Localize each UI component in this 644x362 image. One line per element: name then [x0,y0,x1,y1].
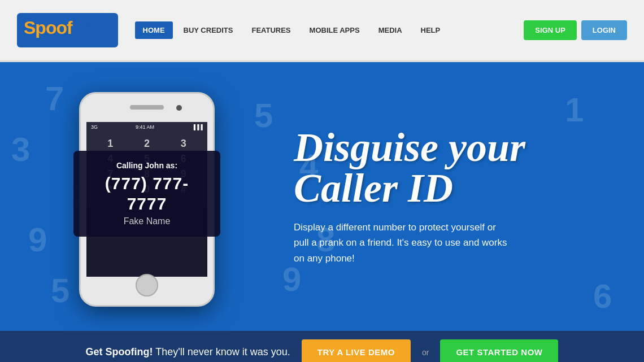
bg-num-10: 1 [565,90,584,129]
logo: SpoofCard [24,18,111,38]
get-started-button[interactable]: GET STARTED NOW [440,339,558,362]
spoofing-normal: They'll never know it was you. [155,346,290,357]
key-3: 3 [175,138,192,150]
header: SpoofCard Disguise your caller ID HOME B… [0,0,644,62]
phone-wrapper: 3G 9:41 AM ▐▐▐ 1 2 3 4 5 6 [62,81,232,307]
key-2: 2 [138,138,155,150]
logo-wrapper: SpoofCard Disguise your caller ID [24,18,111,43]
bottom-bar: Get Spoofing! They'll never know it was … [0,331,644,362]
bg-num-9: 8 [316,220,335,259]
phone-battery: ▐▐▐ [192,124,203,130]
logo-tagline: Disguise your caller ID [24,37,111,43]
logo-spoof: Spoof [24,18,72,38]
logo-container: SpoofCard Disguise your caller ID [17,13,118,47]
phone-camera [176,105,182,111]
or-label: or [422,348,429,357]
calling-number: (777) 777-7777 [90,173,203,214]
nav-mobile-apps[interactable]: MOBILE APPS [302,21,368,39]
hero-left: 3G 9:41 AM ▐▐▐ 1 2 3 4 5 6 [0,62,294,331]
nav-features[interactable]: FEATURES [243,21,298,39]
login-button[interactable]: LOGIN [581,20,627,40]
calling-label: Calling John as: [90,161,203,170]
spoofing-bold: Get Spoofing! [86,346,153,357]
auth-buttons: SIGN UP LOGIN [524,20,627,40]
try-demo-button[interactable]: TRY A LIVE DEMO [302,339,411,362]
logo-box: SpoofCard Disguise your caller ID [17,13,118,47]
bg-num-11: 6 [593,277,612,316]
phone-speaker [130,105,164,110]
nav-media[interactable]: MEDIA [371,21,410,39]
keypad-row-1: 1 2 3 [92,138,202,150]
key-1: 1 [102,138,119,150]
calling-overlay: Calling John as: (777) 777-7777 Fake Nam… [73,151,220,237]
nav-home[interactable]: HOME [135,21,173,39]
phone-status-bar: 3G 9:41 AM ▐▐▐ [86,122,207,132]
main-nav: HOME BUY CREDITS FEATURES MOBILE APPS ME… [135,21,524,39]
nav-buy-credits[interactable]: BUY CREDITS [176,21,241,39]
phone-time: 9:41 AM [136,124,154,130]
phone-home-button [136,274,158,296]
logo-card: Card [72,18,111,38]
bg-num-8: 4 [299,147,318,186]
nav-help[interactable]: HELP [413,21,449,39]
hero-section: 7 3 9 5 2 5 9 4 8 1 6 3G 9:41 AM ▐▐▐ [0,62,644,331]
calling-name: Fake Name [90,216,203,226]
signup-button[interactable]: SIGN UP [524,20,576,40]
spoofing-text: Get Spoofing! They'll never know it was … [86,346,290,358]
phone-signal: 3G [91,124,98,130]
